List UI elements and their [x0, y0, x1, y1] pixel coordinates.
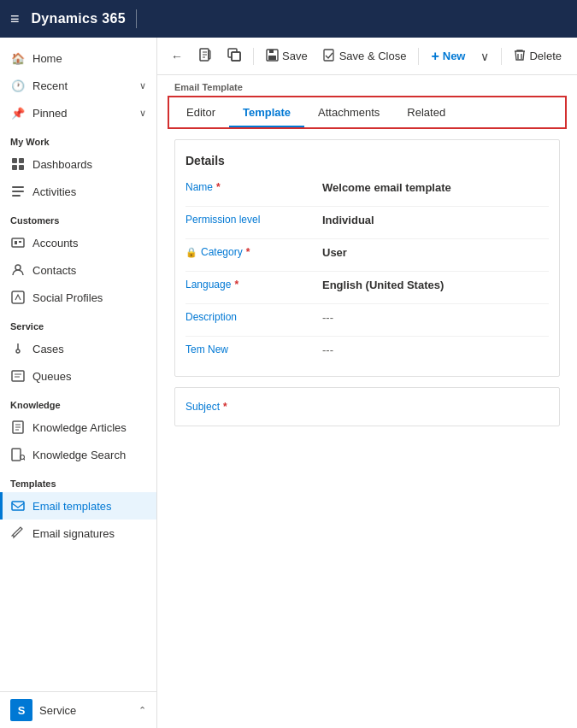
- svg-rect-9: [19, 241, 21, 243]
- sidebar: 🏠 Home 🕐 Recent ∨ 📌 Pinned ∨ My Work Das…: [0, 38, 157, 728]
- svg-rect-22: [232, 52, 240, 61]
- record-label: Email Template: [157, 75, 577, 92]
- tab-bar: Editor Template Attachments Related: [168, 96, 567, 129]
- cases-icon: [10, 341, 26, 356]
- sidebar-item-recent[interactable]: 🕐 Recent ∨: [0, 72, 156, 99]
- sidebar-item-label: Cases: [32, 343, 64, 355]
- sidebar-item-queues[interactable]: Queues: [0, 362, 156, 390]
- sidebar-item-label: Email templates: [32, 500, 111, 513]
- sidebar-item-email-templates[interactable]: Email templates: [0, 492, 156, 520]
- sidebar-item-label: Activities: [32, 185, 76, 198]
- sidebar-item-dashboards[interactable]: Dashboards: [0, 150, 156, 178]
- pin-icon: 📌: [10, 105, 26, 120]
- tab-template[interactable]: Template: [229, 97, 304, 127]
- subject-input[interactable]: [271, 396, 549, 417]
- content-area: Email Template Editor Template Attachmen…: [157, 75, 577, 728]
- dropdown-button[interactable]: ∨: [474, 45, 496, 68]
- tab-attachments[interactable]: Attachments: [304, 97, 393, 127]
- toolbar: ← Save: [157, 38, 577, 75]
- svg-rect-0: [12, 158, 17, 163]
- subject-section: Subject *: [174, 387, 560, 426]
- required-indicator: *: [234, 279, 238, 291]
- subject-label: Subject *: [185, 401, 271, 413]
- lock-icon: 🔒: [185, 247, 197, 258]
- hamburger-icon[interactable]: ≡: [10, 10, 20, 28]
- activities-icon: [10, 184, 26, 199]
- avatar: S: [10, 699, 32, 721]
- field-label-temnew: Tem New: [185, 342, 322, 355]
- chevron-down-icon: ∨: [139, 108, 146, 119]
- sidebar-item-label: Pinned: [32, 107, 67, 120]
- new-button[interactable]: + New: [424, 44, 472, 68]
- new-icon: +: [431, 49, 439, 64]
- sidebar-item-pinned[interactable]: 📌 Pinned ∨: [0, 99, 156, 126]
- svg-rect-2: [12, 165, 17, 170]
- sidebar-item-contacts[interactable]: Contacts: [0, 256, 156, 284]
- svg-rect-1: [19, 158, 24, 163]
- form-row-category: 🔒 Category * User: [185, 239, 549, 272]
- queues-icon: [10, 368, 26, 384]
- delete-button[interactable]: Delete: [507, 44, 568, 68]
- footer-label: Service: [39, 704, 132, 717]
- layout: 🏠 Home 🕐 Recent ∨ 📌 Pinned ∨ My Work Das…: [0, 38, 577, 728]
- chevron-down-icon: ∨: [139, 80, 146, 91]
- field-value-name: Welcome email template: [322, 179, 549, 194]
- sidebar-item-social-profiles[interactable]: Social Profiles: [0, 284, 156, 311]
- tab-related[interactable]: Related: [393, 97, 459, 127]
- app-title: Dynamics 365: [32, 11, 126, 26]
- details-section: Details Name * Welcome email template Pe…: [174, 139, 560, 377]
- toolbar-separator3: [501, 48, 502, 65]
- sidebar-item-label: Recent: [32, 79, 68, 92]
- svg-rect-16: [12, 449, 21, 461]
- form-row-language: Language * English (United States): [185, 272, 549, 304]
- sidebar-footer[interactable]: S Service ⌃: [0, 691, 156, 728]
- popup-button[interactable]: [221, 44, 248, 68]
- sidebar-item-activities[interactable]: Activities: [0, 178, 156, 205]
- svg-rect-14: [12, 371, 24, 381]
- record-icon: [198, 48, 212, 64]
- sidebar-item-knowledge-search[interactable]: Knowledge Search: [0, 441, 156, 468]
- field-value-language: English (United States): [322, 277, 549, 291]
- sidebar-item-label: Knowledge Articles: [32, 421, 127, 434]
- field-value-category: User: [322, 244, 549, 259]
- popup-icon: [227, 48, 241, 64]
- sidebar-item-label: Accounts: [32, 237, 78, 250]
- svg-rect-5: [12, 191, 24, 192]
- svg-point-12: [16, 349, 20, 353]
- contacts-icon: [10, 262, 26, 278]
- sidebar-item-label: Dashboards: [32, 158, 92, 171]
- svg-rect-11: [12, 291, 24, 303]
- save-close-label: Save & Close: [339, 50, 407, 62]
- svg-rect-25: [269, 50, 274, 53]
- save-close-button[interactable]: Save & Close: [316, 44, 414, 68]
- sidebar-item-label: Home: [32, 52, 62, 65]
- sidebar-item-accounts[interactable]: Accounts: [0, 229, 156, 256]
- email-templates-icon: [10, 498, 26, 514]
- home-icon: 🏠: [10, 50, 26, 66]
- recent-icon: 🕐: [10, 78, 26, 93]
- topbar: ≡ Dynamics 365: [0, 0, 577, 38]
- sidebar-item-cases[interactable]: Cases: [0, 335, 156, 362]
- record-button[interactable]: [191, 44, 219, 68]
- topbar-divider: [136, 9, 137, 28]
- sidebar-item-knowledge-articles[interactable]: Knowledge Articles: [0, 414, 156, 441]
- sidebar-item-email-signatures[interactable]: Email signatures: [0, 520, 156, 547]
- svg-rect-18: [12, 502, 24, 510]
- sidebar-item-home[interactable]: 🏠 Home: [0, 44, 156, 72]
- toolbar-separator2: [418, 48, 419, 65]
- sidebar-nav: 🏠 Home 🕐 Recent ∨ 📌 Pinned ∨ My Work Das…: [0, 38, 156, 691]
- field-label-description: Description: [185, 309, 322, 323]
- sidebar-item-label: Contacts: [32, 264, 76, 277]
- back-button[interactable]: ←: [164, 45, 190, 68]
- field-value-permission: Individual: [322, 212, 549, 226]
- save-icon: [266, 49, 279, 64]
- dropdown-icon: ∨: [480, 50, 489, 63]
- form-row-permission: Permission level Individual: [185, 207, 549, 239]
- tab-editor[interactable]: Editor: [173, 97, 229, 127]
- delete-icon: [514, 49, 526, 64]
- field-label-name: Name *: [185, 179, 322, 193]
- required-indicator: *: [216, 181, 221, 193]
- save-button[interactable]: Save: [259, 44, 315, 68]
- sidebar-item-label: Social Profiles: [32, 291, 103, 304]
- form-row-temnew: Tem New ---: [185, 337, 549, 369]
